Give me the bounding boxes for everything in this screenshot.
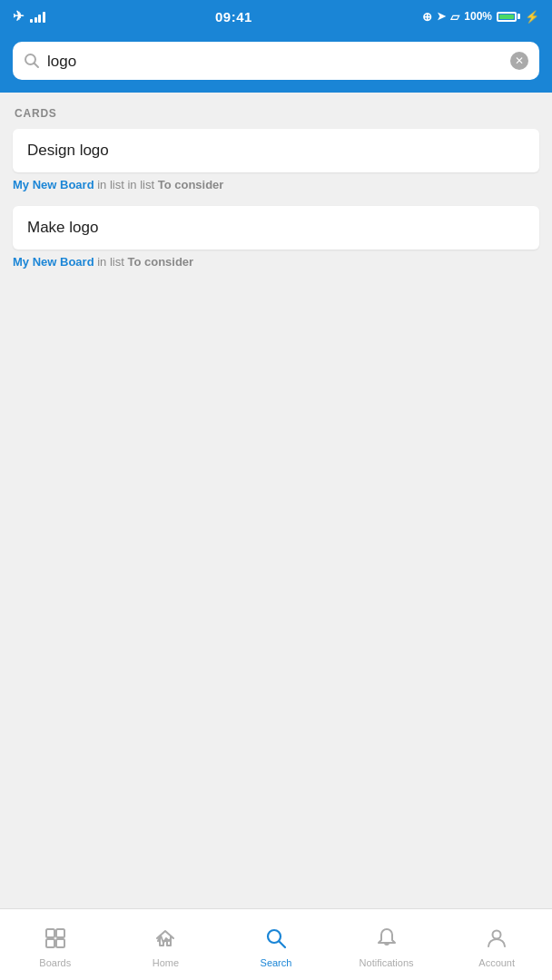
home-icon	[153, 926, 177, 954]
card-in-list-text-1: in list	[97, 178, 124, 191]
nav-item-search[interactable]: Search	[221, 921, 331, 968]
svg-rect-3	[46, 939, 54, 947]
nav-item-boards[interactable]: Boards	[0, 921, 111, 968]
search-nav-icon	[264, 926, 288, 954]
charging-icon: ⚡	[525, 10, 539, 24]
svg-line-1	[34, 64, 39, 68]
status-bar: ✈ 09:41 ⊕ ➤ ▱ 100% ⚡	[0, 0, 552, 33]
svg-rect-4	[56, 929, 64, 937]
notifications-icon	[375, 926, 399, 954]
search-bar[interactable]: logo ✕	[13, 42, 539, 80]
card-in-list-text-2b: in list	[97, 255, 127, 269]
svg-rect-5	[56, 939, 64, 947]
nav-label-notifications: Notifications	[360, 957, 414, 968]
airplane-icon: ✈	[13, 8, 25, 24]
card-list-name-1: To consider	[158, 178, 224, 191]
svg-point-8	[493, 931, 501, 939]
card-list-name-2: To consider	[127, 255, 193, 269]
card-board-name-2: My New Board	[13, 255, 94, 269]
nav-item-notifications[interactable]: Notifications	[331, 921, 442, 968]
airplay-icon: ▱	[450, 10, 459, 24]
bottom-nav: Boards Home Search	[0, 908, 552, 980]
account-icon	[485, 926, 508, 954]
nav-item-home[interactable]: Home	[111, 921, 222, 968]
card-result-item[interactable]: Design logo	[13, 129, 539, 172]
search-icon	[24, 53, 40, 69]
card-meta-2: My New Board in list To consider	[13, 255, 539, 269]
card-result-item[interactable]: Make logo	[13, 206, 539, 250]
nav-label-search: Search	[261, 957, 292, 968]
status-right: ⊕ ➤ ▱ 100% ⚡	[422, 10, 539, 24]
status-left: ✈	[13, 8, 45, 24]
nav-item-account[interactable]: Account	[441, 921, 552, 968]
location-icon: ⊕	[422, 10, 432, 24]
battery-percent: 100%	[464, 10, 492, 23]
search-header: logo ✕	[0, 33, 552, 93]
cards-section-label: CARDS	[0, 107, 552, 120]
card-title-2: Make logo	[27, 219, 525, 237]
clear-search-button[interactable]: ✕	[510, 52, 528, 70]
boards-icon	[44, 926, 67, 954]
card-title: Design logo	[27, 142, 525, 160]
battery-icon	[497, 12, 520, 22]
status-time: 09:41	[215, 9, 252, 24]
search-input-value[interactable]: logo	[47, 54, 503, 69]
main-content: CARDS Design logo My New Board in list i…	[0, 93, 552, 908]
nav-label-home: Home	[153, 957, 179, 968]
navigation-icon: ➤	[437, 10, 446, 23]
card-meta-1: My New Board in list in list To consider	[13, 178, 539, 191]
svg-line-7	[279, 942, 285, 948]
svg-rect-2	[46, 929, 54, 937]
card-board-name-1: My New Board	[13, 178, 94, 191]
signal-bars	[30, 10, 45, 23]
close-icon: ✕	[515, 54, 524, 67]
nav-label-account: Account	[478, 957, 515, 968]
card-in-list-text-1b: in list	[127, 178, 157, 191]
nav-label-boards: Boards	[39, 957, 71, 968]
